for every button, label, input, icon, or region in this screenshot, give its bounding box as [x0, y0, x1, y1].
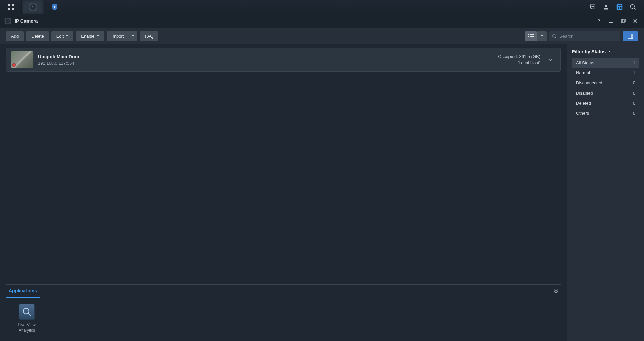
- status-count: 1: [633, 70, 635, 75]
- maximize-icon: [621, 19, 626, 23]
- dashboard-icon: [616, 3, 623, 11]
- taskbar-app-camera[interactable]: [22, 0, 44, 14]
- svg-rect-3: [12, 8, 14, 10]
- svg-point-7: [31, 5, 33, 7]
- search-icon: [630, 4, 636, 10]
- taskbar-user-button[interactable]: [600, 1, 612, 13]
- import-button[interactable]: Import: [107, 31, 129, 41]
- analytics-icon: [19, 304, 35, 320]
- status-item-others[interactable]: Others 0: [572, 108, 639, 118]
- camera-host: [Local Host]: [498, 60, 540, 66]
- svg-rect-15: [620, 7, 622, 9]
- status-label: All Status: [576, 60, 594, 65]
- taskbar-dashboard-button[interactable]: [614, 1, 625, 13]
- panel-icon: [628, 34, 633, 39]
- camera-row[interactable]: Ubiquiti Main Door 192.168.0.117:554 Occ…: [6, 48, 561, 72]
- taskbar-chat-button[interactable]: [587, 1, 598, 13]
- close-icon: [633, 19, 638, 23]
- status-item-disabled[interactable]: Disabled 0: [572, 88, 639, 98]
- camera-occupied: Occupied: 361.5 (GB): [498, 53, 540, 60]
- help-button[interactable]: ?: [594, 16, 604, 26]
- app-tile-label: Live ViewAnalytics: [18, 322, 35, 333]
- svg-rect-30: [530, 36, 534, 37]
- collapse-panel-button[interactable]: [551, 289, 561, 294]
- chevron-down-icon: [548, 57, 553, 62]
- svg-point-8: [592, 6, 592, 7]
- svg-rect-2: [8, 8, 10, 10]
- import-dropdown[interactable]: [129, 31, 137, 41]
- delete-button[interactable]: Delete: [26, 31, 49, 41]
- svg-text:?: ?: [598, 19, 600, 23]
- chat-icon: [589, 4, 596, 10]
- svg-rect-29: [528, 36, 529, 37]
- side-panel-toggle[interactable]: [623, 31, 638, 41]
- status-count: 0: [633, 91, 635, 96]
- svg-rect-1: [12, 4, 14, 6]
- expand-row-button[interactable]: [545, 57, 556, 62]
- taskbar-apps-button[interactable]: [0, 0, 22, 14]
- status-label: Others: [576, 111, 589, 116]
- edit-button[interactable]: Edit: [51, 31, 73, 41]
- minimize-icon: [609, 19, 613, 23]
- status-item-normal[interactable]: Normal 1: [572, 68, 639, 78]
- minimize-button[interactable]: [606, 16, 616, 26]
- svg-rect-22: [609, 22, 613, 23]
- search-icon: [552, 34, 557, 39]
- add-button[interactable]: Add: [6, 31, 24, 41]
- list-icon: [528, 34, 534, 39]
- window-app-icon: [4, 17, 11, 25]
- recording-indicator-icon: [12, 63, 16, 67]
- svg-point-16: [631, 4, 635, 8]
- enable-button[interactable]: Enable: [76, 31, 104, 41]
- faq-button[interactable]: FAQ: [140, 31, 158, 41]
- status-count: 0: [633, 101, 635, 106]
- svg-line-34: [555, 37, 556, 38]
- enable-label: Enable: [81, 34, 94, 39]
- svg-rect-12: [617, 4, 623, 10]
- tab-applications[interactable]: Applications: [6, 285, 40, 298]
- svg-rect-31: [528, 38, 529, 38]
- app-tile-live-view-analytics[interactable]: Live ViewAnalytics: [14, 304, 39, 333]
- user-icon: [603, 4, 609, 10]
- maximize-button[interactable]: [619, 16, 628, 26]
- camera-thumbnail: [11, 51, 33, 68]
- svg-point-11: [605, 5, 607, 7]
- help-icon: ?: [596, 18, 602, 24]
- window-header: IP Camera ?: [0, 14, 644, 28]
- svg-point-9: [592, 6, 593, 7]
- status-label: Disabled: [576, 91, 593, 96]
- camera-lens-icon: [29, 3, 37, 11]
- svg-rect-13: [618, 5, 622, 6]
- status-item-deleted[interactable]: Deleted 0: [572, 98, 639, 108]
- toolbar: Add Delete Edit Enable Import FAQ: [0, 28, 644, 44]
- svg-point-10: [593, 6, 594, 7]
- system-taskbar: [0, 0, 644, 14]
- svg-rect-14: [618, 7, 620, 9]
- taskbar-app-shield[interactable]: [44, 0, 65, 14]
- status-item-all[interactable]: All Status 1: [572, 58, 639, 68]
- status-count: 0: [633, 111, 635, 116]
- svg-rect-27: [528, 34, 529, 35]
- shield-play-icon: [51, 3, 59, 11]
- filter-title[interactable]: Filter by Status: [572, 49, 639, 54]
- filter-panel: Filter by Status All Status 1 Normal 1 D…: [567, 44, 644, 341]
- svg-rect-36: [631, 34, 633, 39]
- status-count: 0: [633, 80, 635, 86]
- divider: [582, 3, 582, 11]
- close-button[interactable]: [631, 16, 640, 26]
- svg-rect-28: [530, 34, 534, 35]
- edit-label: Edit: [56, 34, 64, 39]
- taskbar-search-button[interactable]: [627, 1, 639, 13]
- search-input[interactable]: [559, 34, 617, 39]
- list-view-dropdown[interactable]: [537, 31, 547, 41]
- camera-address: 192.168.0.117:554: [38, 61, 79, 66]
- chevron-down-icon: [541, 34, 543, 39]
- chevron-down-icon: [132, 34, 135, 39]
- search-box[interactable]: [549, 31, 620, 41]
- svg-rect-0: [8, 4, 10, 6]
- list-view-button[interactable]: [525, 31, 537, 41]
- chevron-down-icon: [66, 34, 68, 39]
- bottom-panel: Applications: [6, 284, 561, 335]
- status-label: Deleted: [576, 101, 591, 106]
- status-item-disconnected[interactable]: Disconnected 0: [572, 78, 639, 88]
